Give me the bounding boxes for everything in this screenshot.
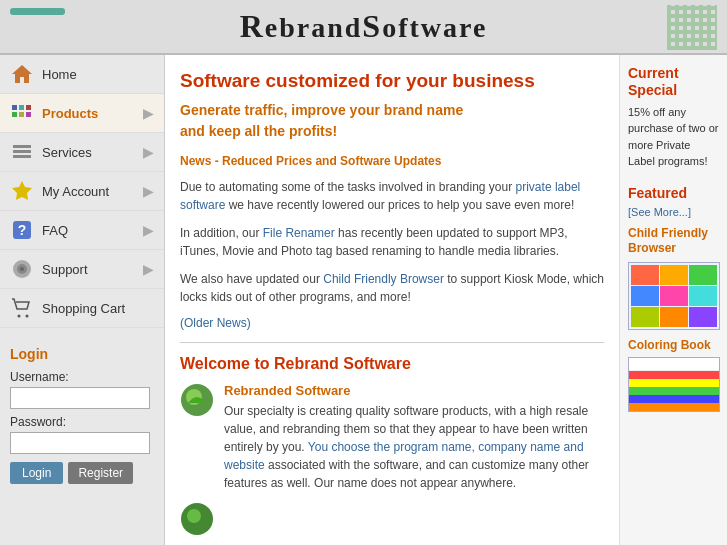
rebrand-item-body: Our specialty is creating quality softwa…: [224, 402, 604, 492]
news-paragraph-2: In addition, our File Renamer has recent…: [180, 224, 604, 260]
logo: RebrandSoftware: [240, 8, 488, 45]
support-icon: [10, 257, 34, 281]
sidebar-item-label-cart: Shopping Cart: [42, 301, 125, 316]
svg-rect-7: [13, 145, 31, 148]
header: RebrandSoftware: [0, 0, 727, 55]
svg-text:?: ?: [18, 222, 27, 238]
featured-product-title-coloring-book: Coloring Book: [628, 338, 719, 352]
current-special-title: Current Special: [628, 65, 719, 99]
password-label: Password:: [10, 415, 154, 429]
rebrand-icon-2: [180, 502, 214, 536]
featured-product-child-browser: Child Friendly Browser: [628, 226, 719, 330]
svg-rect-1: [12, 105, 17, 110]
login-section: Login Username: Password: Login Register: [0, 336, 164, 494]
services-arrow-icon: ▶: [143, 144, 154, 160]
sidebar-item-label-services: Services: [42, 145, 143, 160]
sidebar-item-faq[interactable]: ? FAQ ▶: [0, 211, 164, 250]
svg-rect-8: [13, 150, 31, 153]
svg-point-16: [18, 315, 21, 318]
left-sidebar: Home Products ▶ Services: [0, 55, 165, 545]
choose-link[interactable]: You choose the program name, company nam…: [224, 440, 584, 472]
sidebar-item-services[interactable]: Services ▶: [0, 133, 164, 172]
svg-point-15: [20, 267, 24, 271]
divider: [180, 342, 604, 343]
sidebar-item-label-faq: FAQ: [42, 223, 143, 238]
child-browser-link[interactable]: Child Friendly Browser: [323, 272, 444, 286]
support-arrow-icon: ▶: [143, 261, 154, 277]
featured-product-title-child-browser: Child Friendly Browser: [628, 226, 719, 257]
password-input[interactable]: [10, 432, 150, 454]
svg-point-17: [26, 315, 29, 318]
login-button[interactable]: Login: [10, 462, 63, 484]
svg-rect-4: [12, 112, 17, 117]
svg-marker-0: [12, 65, 32, 83]
older-news-link[interactable]: (Older News): [180, 316, 604, 330]
faq-icon: ?: [10, 218, 34, 242]
sidebar-item-label-home: Home: [42, 67, 77, 82]
faq-arrow-icon: ▶: [143, 222, 154, 238]
svg-rect-2: [19, 105, 24, 110]
featured-product-coloring-book: Coloring Book: [628, 338, 719, 412]
svg-point-21: [187, 509, 201, 523]
featured-product-image-coloring-book: [628, 357, 720, 412]
sidebar-item-label-my-account: My Account: [42, 184, 143, 199]
login-title: Login: [10, 346, 154, 362]
sidebar-item-my-account[interactable]: My Account ▶: [0, 172, 164, 211]
news-paragraph-3: We also have updated our Child Friendly …: [180, 270, 604, 306]
main-content: Software customized for your business Ge…: [165, 55, 619, 545]
svg-rect-6: [26, 112, 31, 117]
svg-rect-5: [19, 112, 24, 117]
featured-product-image-child-browser: [628, 262, 720, 330]
sidebar-item-home[interactable]: Home: [0, 55, 164, 94]
username-label: Username:: [10, 370, 154, 384]
file-renamer-link[interactable]: File Renamer: [263, 226, 335, 240]
rebrand-item-title: Rebranded Software: [224, 383, 604, 398]
news-title: News - Reduced Prices and Software Updat…: [180, 154, 604, 168]
rebrand-item: Rebranded Software Our specialty is crea…: [180, 383, 604, 492]
home-icon: [10, 62, 34, 86]
news-paragraph-1: Due to automating some of the tasks invo…: [180, 178, 604, 214]
sidebar-item-label-products: Products: [42, 106, 143, 121]
main-title: Software customized for your business: [180, 70, 604, 92]
username-input[interactable]: [10, 387, 150, 409]
sidebar-item-label-support: Support: [42, 262, 143, 277]
products-arrow-icon: ▶: [143, 105, 154, 121]
current-special-body: 15% off any purchase of two or more Priv…: [628, 104, 719, 170]
products-icon: [10, 101, 34, 125]
account-arrow-icon: ▶: [143, 183, 154, 199]
right-sidebar: Current Special 15% off any purchase of …: [619, 55, 727, 545]
sidebar-item-shopping-cart[interactable]: Shopping Cart: [0, 289, 164, 328]
svg-rect-9: [13, 155, 31, 158]
svg-rect-3: [26, 105, 31, 110]
svg-marker-10: [12, 181, 32, 200]
private-label-link[interactable]: private label software: [180, 180, 580, 212]
account-icon: [10, 179, 34, 203]
logo-text: RebrandSoftware: [240, 12, 488, 43]
welcome-title: Welcome to Rebrand Software: [180, 355, 604, 373]
rebrand-item-2-icon: [180, 502, 604, 536]
register-button[interactable]: Register: [68, 462, 133, 484]
sidebar-item-products[interactable]: Products ▶: [0, 94, 164, 133]
sidebar-item-support[interactable]: Support ▶: [0, 250, 164, 289]
rebrand-icon: [180, 383, 214, 417]
featured-title: Featured: [628, 185, 719, 201]
cart-icon: [10, 296, 34, 320]
main-subtitle: Generate traffic, improve your brand nam…: [180, 100, 604, 142]
featured-see-more-link[interactable]: [See More...]: [628, 206, 719, 218]
main-layout: Home Products ▶ Services: [0, 55, 727, 545]
services-icon: [10, 140, 34, 164]
